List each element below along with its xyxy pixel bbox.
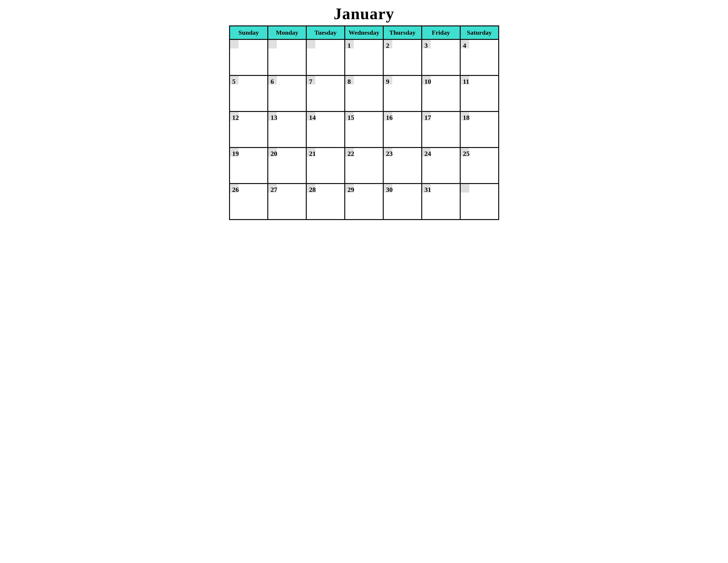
day-cell-15[interactable]: 15: [345, 111, 383, 147]
day-number-1: 1: [346, 41, 382, 50]
day-cell-29[interactable]: 29: [345, 183, 383, 219]
day-number-10: 10: [423, 77, 459, 86]
day-cell-2[interactable]: 2: [383, 39, 422, 75]
day-cell-9[interactable]: 9: [383, 75, 422, 111]
day-cell-19[interactable]: 19: [230, 147, 268, 183]
day-cell-27[interactable]: 27: [268, 183, 306, 219]
day-number-9: 9: [385, 77, 420, 86]
day-cell-30[interactable]: 30: [383, 183, 422, 219]
day-number-20: 20: [269, 149, 305, 158]
day-cell-31[interactable]: 31: [422, 183, 460, 219]
day-number-19: 19: [231, 149, 267, 158]
header-day-friday: Friday: [422, 26, 460, 39]
day-number-28: 28: [308, 185, 343, 194]
day-number-4: 4: [462, 41, 497, 50]
day-cell-26[interactable]: 26: [230, 183, 268, 219]
day-cell-21[interactable]: 21: [306, 147, 345, 183]
day-number-6: 6: [269, 77, 305, 86]
day-number-21: 21: [308, 149, 343, 158]
day-number-15: 15: [346, 113, 382, 122]
day-number-23: 23: [385, 149, 420, 158]
day-number-5: 5: [231, 77, 267, 86]
header-day-tuesday: Tuesday: [306, 26, 345, 39]
day-cell-24[interactable]: 24: [422, 147, 460, 183]
day-cell-22[interactable]: 22: [345, 147, 383, 183]
day-cell-6[interactable]: 6: [268, 75, 306, 111]
day-cell-empty-0-1[interactable]: [268, 39, 306, 75]
calendar-container: January SundayMondayTuesdayWednesdayThur…: [229, 5, 499, 220]
day-number-13: 13: [269, 113, 305, 122]
header-day-wednesday: Wednesday: [345, 26, 383, 39]
day-number-25: 25: [462, 149, 497, 158]
day-cell-4[interactable]: 4: [460, 39, 499, 75]
day-cell-14[interactable]: 14: [306, 111, 345, 147]
day-number-29: 29: [346, 185, 382, 194]
day-number-26: 26: [231, 185, 267, 194]
day-number-31: 31: [423, 185, 459, 194]
calendar-grid: SundayMondayTuesdayWednesdayThursdayFrid…: [229, 25, 499, 220]
calendar-body: 1234567891011121314151617181920212223242…: [230, 39, 499, 219]
day-cell-empty-4-6[interactable]: [460, 183, 499, 219]
day-cell-23[interactable]: 23: [383, 147, 422, 183]
day-cell-20[interactable]: 20: [268, 147, 306, 183]
day-cell-8[interactable]: 8: [345, 75, 383, 111]
header-day-monday: Monday: [268, 26, 306, 39]
day-cell-16[interactable]: 16: [383, 111, 422, 147]
header-day-thursday: Thursday: [383, 26, 422, 39]
day-cell-empty-0-2[interactable]: [306, 39, 345, 75]
header-day-sunday: Sunday: [230, 26, 268, 39]
day-cell-5[interactable]: 5: [230, 75, 268, 111]
calendar-header: SundayMondayTuesdayWednesdayThursdayFrid…: [230, 26, 499, 39]
header-day-saturday: Saturday: [460, 26, 499, 39]
day-corner: [268, 40, 277, 48]
day-corner: [307, 40, 315, 48]
day-cell-17[interactable]: 17: [422, 111, 460, 147]
day-cell-13[interactable]: 13: [268, 111, 306, 147]
day-corner: [230, 40, 239, 48]
day-cell-1[interactable]: 1: [345, 39, 383, 75]
day-cell-12[interactable]: 12: [230, 111, 268, 147]
day-cell-18[interactable]: 18: [460, 111, 499, 147]
day-number-14: 14: [308, 113, 343, 122]
day-number-2: 2: [385, 41, 420, 50]
day-cell-11[interactable]: 11: [460, 75, 499, 111]
day-number-3: 3: [423, 41, 459, 50]
day-number-22: 22: [346, 149, 382, 158]
day-cell-3[interactable]: 3: [422, 39, 460, 75]
day-number-11: 11: [462, 77, 497, 86]
day-number-17: 17: [423, 113, 459, 122]
day-number-8: 8: [346, 77, 382, 86]
day-cell-10[interactable]: 10: [422, 75, 460, 111]
day-cell-28[interactable]: 28: [306, 183, 345, 219]
day-number-27: 27: [269, 185, 305, 194]
day-number-30: 30: [385, 185, 420, 194]
calendar-title: January: [229, 5, 499, 23]
day-cell-7[interactable]: 7: [306, 75, 345, 111]
day-number-16: 16: [385, 113, 420, 122]
day-number-7: 7: [308, 77, 343, 86]
day-number-18: 18: [462, 113, 497, 122]
day-cell-25[interactable]: 25: [460, 147, 499, 183]
day-cell-empty-0-0[interactable]: [230, 39, 268, 75]
day-number-24: 24: [423, 149, 459, 158]
day-corner: [461, 184, 469, 192]
day-number-12: 12: [231, 113, 267, 122]
